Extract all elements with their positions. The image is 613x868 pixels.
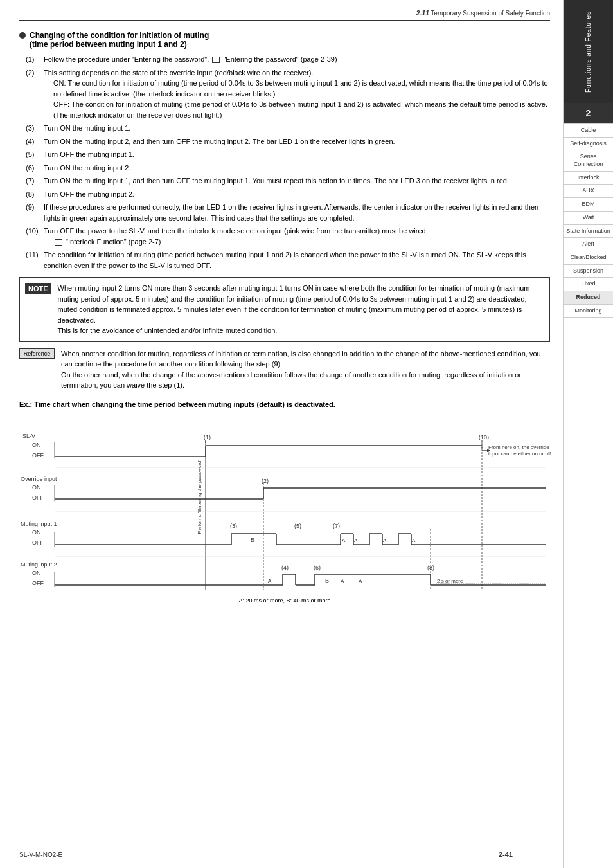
- annot2: (2): [262, 478, 269, 484]
- override-on-label: ON: [32, 484, 41, 491]
- sidebar-item-series: Series Connection: [564, 150, 613, 171]
- bullet-circle: [19, 32, 26, 39]
- list-item: (7) Turn ON the muting input 1, and then…: [26, 176, 550, 186]
- 2s-label: 2 s or more: [437, 578, 463, 584]
- b-label1: B: [251, 537, 254, 543]
- reference-label: Reference: [19, 348, 55, 359]
- muting1-on-label: ON: [32, 529, 41, 536]
- annot6: (6): [314, 565, 321, 571]
- sidebar-item-selfdiag: Self-diagnosis: [564, 138, 613, 151]
- footer-right: 2-41: [499, 851, 513, 858]
- sidebar-item-alert: Alert: [564, 238, 613, 251]
- a-label1: A: [342, 538, 346, 543]
- sidebar-item-cable: Cable: [564, 124, 613, 138]
- sidebar-item-reduced: Reduced: [564, 291, 613, 305]
- a-label2: A: [354, 538, 358, 543]
- chapter-num: 2: [564, 103, 613, 123]
- note-content: When muting input 2 turns ON more than 3…: [58, 283, 544, 336]
- muting2-off-label: OFF: [32, 580, 44, 586]
- annot8: (8): [427, 565, 434, 571]
- note-box: NOTE When muting input 2 turns ON more t…: [19, 277, 550, 342]
- section-title: Temporary Suspension of Safety Function: [431, 10, 550, 17]
- sidebar-item-aux: AUX: [564, 185, 613, 198]
- muting1-label: Muting input 1: [21, 521, 57, 527]
- off-text: OFF: The condition for initiation of mut…: [53, 99, 550, 120]
- ref-text: "Interlock Function" (page 2-7): [53, 237, 550, 248]
- annot4: (4): [281, 565, 289, 571]
- annot10: (10): [479, 434, 489, 440]
- time-chart-svg: SL-V ON OFF Override input ON OFF Muting…: [19, 413, 559, 593]
- slv-on-label: ON: [32, 442, 41, 448]
- list-item: (8) Turn OFF the muting input 2.: [26, 189, 550, 200]
- sidebar-item-clearblocked: Clear/Blocked: [564, 251, 613, 265]
- annot7: (7): [333, 523, 340, 529]
- a-mi2-3: A: [359, 578, 362, 584]
- list-item: (4) Turn ON the muting input 2, and then…: [26, 136, 550, 147]
- slv-off-label: OFF: [32, 452, 44, 458]
- muting2-on-label: ON: [32, 570, 41, 576]
- annot3: (3): [230, 523, 237, 529]
- sidebar-item-fixed: Fixed: [564, 278, 613, 291]
- chart-note: A: 20 ms or more, B: 40 ms or more: [19, 597, 550, 604]
- note-label: NOTE: [25, 283, 51, 294]
- page-header: 2-11 Temporary Suspension of Safety Func…: [19, 10, 550, 21]
- numbered-list: (1) Follow the procedure under "Entering…: [26, 54, 550, 271]
- sidebar-item-edm: EDM: [564, 198, 613, 212]
- override-off-label: OFF: [32, 494, 44, 501]
- slv-label: SL-V: [22, 433, 35, 439]
- a-mi2-1: A: [268, 578, 272, 584]
- heading-line1: Changing of the condition for initiation…: [30, 31, 209, 40]
- sidebar-item-wait: Wait: [564, 212, 613, 225]
- chapter-label: Functions and Features: [585, 10, 592, 92]
- sidebar: Functions and Features 2 Cable Self-diag…: [563, 0, 613, 868]
- reference-box: Reference When another condition for mut…: [19, 348, 550, 391]
- chart-heading: Ex.: Time chart when changing the time p…: [19, 401, 550, 408]
- a-label4: A: [412, 538, 416, 543]
- list-item: (11) The condition for initiation of mut…: [26, 249, 550, 271]
- a-mi2-2: A: [341, 578, 344, 584]
- sidebar-item-monitoring: Monitoring: [564, 305, 613, 318]
- heading-text: Changing of the condition for initiation…: [30, 31, 209, 49]
- main-content: 2-11 Temporary Suspension of Safety Func…: [0, 0, 563, 868]
- list-item: (5) Turn OFF the muting input 1.: [26, 149, 550, 160]
- sidebar-item-state: State Information: [564, 225, 613, 239]
- footer-left: SL-V-M-NO2-E: [19, 851, 62, 858]
- section-heading: Changing of the condition for initiation…: [19, 31, 550, 49]
- heading-line2: (time period between muting input 1 and …: [30, 40, 187, 49]
- annot1: (1): [204, 434, 211, 440]
- sidebar-item-suspension: Suspension: [564, 265, 613, 278]
- section-num: 2-11: [416, 10, 429, 17]
- chart-container: SL-V ON OFF Override input ON OFF Muting…: [19, 413, 550, 604]
- checkbox-icon: [212, 57, 220, 63]
- list-item: (3) Turn ON the muting input 1.: [26, 123, 550, 134]
- b-label2: B: [325, 577, 329, 584]
- header-section: 2-11 Temporary Suspension of Safety Func…: [416, 10, 550, 17]
- sidebar-chapter: Functions and Features: [564, 0, 613, 103]
- list-item: (2) This setting depends on the state of…: [26, 68, 550, 121]
- on-text: ON: The condition for initiation of muti…: [53, 78, 550, 99]
- perform-label: Perform. 'Entering the password': [197, 459, 202, 534]
- page-container: 2-11 Temporary Suspension of Safety Func…: [0, 0, 613, 868]
- sidebar-items: Cable Self-diagnosis Series Connection I…: [564, 123, 613, 318]
- override-label: Override input: [21, 476, 57, 482]
- list-item: (10) Turn OFF the power to the SL-V, and…: [26, 226, 550, 247]
- from-here-label: From here on, the override: [488, 444, 549, 450]
- muting1-off-label: OFF: [32, 539, 44, 546]
- a-label3: A: [383, 538, 387, 543]
- list-item: (6) Turn ON the muting input 2.: [26, 163, 550, 174]
- sidebar-item-interlock: Interlock: [564, 172, 613, 185]
- annot5: (5): [294, 523, 301, 529]
- page-footer: SL-V-M-NO2-E 2-41: [19, 847, 513, 858]
- reference-content: When another condition for muting, regar…: [61, 348, 550, 391]
- list-item: (9) If these procedures are performed co…: [26, 202, 550, 223]
- muting2-label: Muting input 2: [21, 561, 57, 568]
- from-here-label2: input can be either on or off: [488, 451, 551, 457]
- checkbox-icon: [55, 239, 62, 246]
- list-item: (1) Follow the procedure under "Entering…: [26, 54, 550, 65]
